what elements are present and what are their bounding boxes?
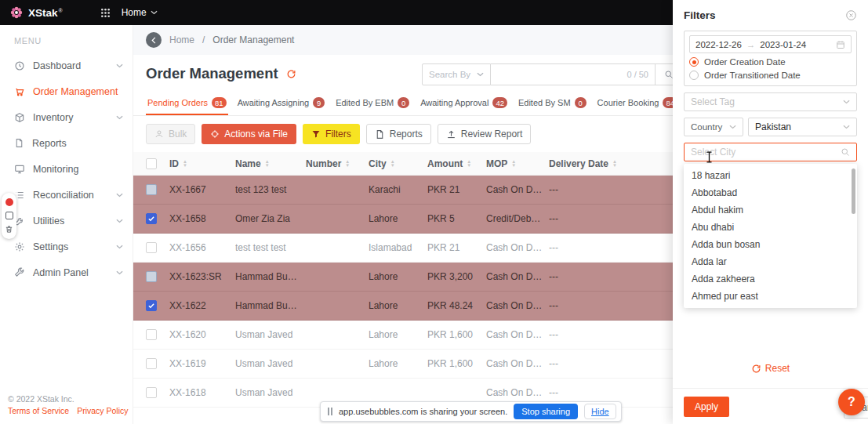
tab-edited-by-ebm[interactable]: Edited By EBM0	[334, 90, 411, 115]
column-header-number[interactable]: Number▲▼	[306, 158, 369, 169]
filters-button[interactable]: Filters	[303, 124, 360, 144]
city-option[interactable]: Ahmed pur east	[684, 288, 857, 305]
help-button[interactable]: ?	[838, 389, 865, 415]
search-input[interactable]: 0 / 50	[491, 63, 656, 85]
hide-button[interactable]: Hide	[584, 404, 616, 419]
city-option[interactable]: Adda zakheera	[684, 270, 857, 288]
sharing-icon	[328, 408, 332, 415]
sort-carets-icon: ▲▼	[183, 160, 187, 168]
city-option[interactable]: Adda lar	[684, 253, 857, 270]
row-checkbox[interactable]	[146, 300, 157, 311]
row-checkbox[interactable]	[146, 387, 157, 398]
bulk-button[interactable]: Bulk	[146, 124, 195, 144]
column-header-id[interactable]: ID▲▼	[169, 158, 235, 169]
row-checkbox[interactable]	[146, 329, 157, 340]
terms-of-service-link[interactable]: Terms of Service	[8, 405, 69, 418]
city-option[interactable]: Abu dhabi	[684, 219, 857, 236]
app-root: XStak® Home MENU DashboardOrder Manageme…	[0, 0, 868, 424]
country-dropdown[interactable]: Country	[684, 118, 743, 136]
trash-icon[interactable]	[5, 225, 13, 234]
nav-home[interactable]: Home	[122, 7, 158, 18]
record-dot-icon[interactable]	[5, 198, 13, 206]
cell-amt: PKR 5	[427, 213, 486, 224]
stop-sharing-button[interactable]: Stop sharing	[514, 404, 578, 419]
cell-city: Lahore	[369, 271, 427, 282]
chevron-down-icon	[729, 125, 736, 129]
tab-count-badge: 0	[575, 97, 587, 108]
city-option[interactable]: Adda bun bosan	[684, 236, 857, 253]
sidebar-item-settings[interactable]: Settings	[0, 234, 133, 259]
chevron-down-icon	[116, 219, 123, 223]
city-option[interactable]: Abdul hakim	[684, 201, 857, 219]
sidebar-item-admin-panel[interactable]: Admin Panel	[0, 259, 133, 285]
select-tag-dropdown[interactable]: Select Tag	[684, 92, 857, 111]
funnel-icon	[311, 129, 321, 139]
row-checkbox[interactable]	[146, 271, 157, 282]
country-value: Pakistan	[755, 121, 791, 132]
cell-city: Lahore	[369, 213, 427, 224]
cell-city: Islamabad	[369, 242, 427, 253]
select-all-checkbox[interactable]	[146, 158, 157, 169]
row-checkbox[interactable]	[146, 358, 157, 369]
brand-name: XStak®	[28, 7, 63, 19]
city-option[interactable]: Abbotabad	[684, 184, 857, 201]
sidebar-item-reports[interactable]: Reports	[0, 130, 133, 156]
chevron-down-icon	[843, 100, 850, 104]
scrollbar-thumb[interactable]	[852, 169, 855, 214]
cell-mop: Cash On Deliv...	[486, 271, 549, 282]
search-icon	[841, 147, 850, 157]
apps-grid-icon[interactable]	[100, 8, 111, 18]
radio-order-transitioned-date[interactable]: Order Transitioned Date	[689, 71, 852, 80]
sidebar-item-dashboard[interactable]: Dashboard	[0, 53, 133, 78]
cell-del: ---	[549, 358, 635, 369]
privacy-policy-link[interactable]: Privacy Policy	[77, 405, 128, 418]
column-header-mop[interactable]: MOP▲▼	[486, 158, 549, 169]
apply-button[interactable]: Apply	[684, 397, 729, 417]
column-header-city[interactable]: City▲▼	[369, 158, 427, 169]
select-tag-placeholder: Select Tag	[691, 96, 735, 107]
row-checkbox-cell	[146, 184, 169, 195]
reports-label: Reports	[390, 129, 423, 140]
actions-via-file-button[interactable]: Actions via File	[202, 124, 296, 144]
sidebar-item-inventory[interactable]: Inventory	[0, 104, 133, 130]
country-value-dropdown[interactable]: Pakistan	[748, 118, 857, 136]
breadcrumb-home[interactable]: Home	[169, 34, 194, 45]
search-controls: Search By 0 / 50	[422, 63, 682, 85]
row-checkbox[interactable]	[146, 213, 157, 224]
reset-button[interactable]: Reset	[673, 363, 868, 374]
cell-del: ---	[549, 213, 635, 224]
city-option[interactable]: 18 hazari	[684, 167, 857, 184]
xstak-logo-icon[interactable]	[9, 5, 24, 20]
stop-square-icon[interactable]	[5, 212, 13, 219]
back-button[interactable]	[146, 32, 162, 48]
drawer-header: Filters	[673, 0, 868, 27]
column-header-name[interactable]: Name▲▼	[235, 158, 306, 169]
sidebar-item-order-management[interactable]: Order Management	[0, 78, 133, 104]
row-checkbox[interactable]	[146, 242, 157, 253]
column-header-delivery-date[interactable]: Delivery Date▲▼	[549, 158, 635, 169]
menu-label: MENU	[0, 25, 133, 53]
sidebar-item-utilities[interactable]: Utilities	[0, 208, 133, 234]
tab-courier-booking[interactable]: Courier Booking84	[596, 90, 679, 115]
radio-order-creation-date[interactable]: Order Creation Date	[689, 57, 852, 67]
tab-count-badge: 42	[492, 97, 507, 108]
reports-button[interactable]: Reports	[366, 124, 431, 144]
tab-label: Pending Orders	[147, 98, 208, 107]
search-by-dropdown[interactable]: Search By	[422, 63, 491, 85]
file-icon	[375, 129, 385, 140]
tab-edited-by-sm[interactable]: Edited By SM0	[517, 90, 588, 115]
radio-unselected-icon	[689, 71, 699, 80]
sidebar-item-monitoring[interactable]: Monitoring	[0, 156, 133, 182]
tab-awaiting-assigning[interactable]: Awaiting Assigning9	[236, 90, 327, 115]
tab-awaiting-approval[interactable]: Awaiting Approval42	[419, 90, 509, 115]
refresh-icon[interactable]	[286, 69, 296, 79]
column-header-amount[interactable]: Amount▲▼	[427, 158, 486, 169]
review-report-button[interactable]: Review Report	[438, 124, 532, 144]
close-icon[interactable]	[845, 9, 857, 21]
column-label: Amount	[427, 158, 463, 169]
date-range-picker[interactable]: 2022-12-26 → 2023-01-24	[689, 35, 852, 53]
sidebar-item-reconciliation[interactable]: Reconciliation	[0, 182, 133, 208]
tab-pending-orders[interactable]: Pending Orders81	[146, 90, 228, 115]
nav-home-label: Home	[122, 7, 147, 18]
row-checkbox[interactable]	[146, 184, 157, 195]
